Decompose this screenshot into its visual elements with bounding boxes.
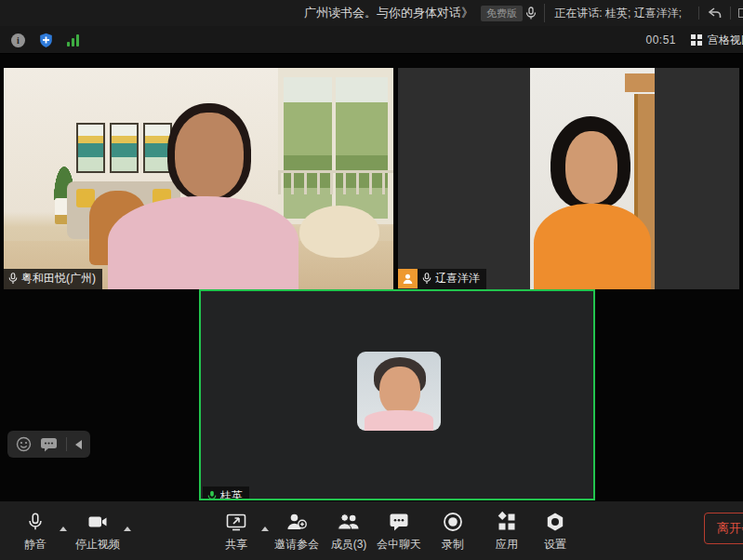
signal-bars-icon[interactable] [67, 34, 79, 47]
settings-button[interactable]: 设置 [544, 511, 566, 553]
scene-beanbag [299, 206, 379, 258]
free-version-badge: 免费版 [481, 6, 523, 21]
window-restore-icon[interactable] [738, 8, 743, 18]
grid-view-button[interactable]: 宫格视图 [691, 33, 743, 48]
mic-on-icon [8, 273, 18, 285]
titlebar-divider [698, 7, 699, 20]
speaking-indicator-group: 正在讲话: 桂英; 辽喜洋洋; [525, 0, 743, 26]
scene-painting [76, 123, 105, 173]
meeting-window: 广州读书会。与你的身体对话》 免费版 正在讲话: 桂英; 辽喜洋洋; i 00 [0, 0, 743, 560]
members-button[interactable]: 成员(3) [331, 511, 367, 553]
leave-meeting-button[interactable]: 离开会议 [704, 513, 743, 544]
scene-painting [110, 123, 139, 173]
status-bar: i 00:51 宫格视图 [0, 26, 743, 54]
grid-view-label: 宫格视图 [708, 33, 743, 48]
undo-arrow-icon[interactable] [707, 7, 723, 20]
record-icon [442, 511, 464, 533]
microphone-icon [25, 511, 46, 533]
settings-gear-icon [544, 511, 566, 533]
participant-2-face [565, 131, 617, 204]
scene-cabinet [625, 73, 655, 92]
scene-railing [278, 170, 393, 194]
video-tile-3-active-speaker[interactable]: 桂英 [199, 289, 595, 500]
grid-view-icon [691, 34, 702, 46]
apps-button[interactable]: 应用 [496, 511, 518, 553]
invite-person-icon [285, 511, 308, 533]
status-right-group: 00:51 宫格视图 [645, 26, 743, 54]
scene-window [278, 68, 393, 224]
meeting-timer: 00:51 [645, 33, 676, 47]
meeting-title: 广州读书会。与你的身体对话》 [304, 5, 473, 21]
invite-button[interactable]: 邀请参会 [274, 511, 319, 553]
record-label: 录制 [442, 537, 464, 553]
members-icon [337, 511, 361, 533]
titlebar-divider-2 [730, 7, 731, 20]
apps-grid-icon [496, 511, 518, 533]
participant-3-name-label: 桂英 [203, 487, 249, 500]
record-button[interactable]: 录制 [442, 511, 464, 553]
participant-1-face [175, 113, 244, 198]
video-tile-1[interactable]: 粤和田悦(广州) [4, 68, 393, 289]
now-speaking-text: 正在讲话: 桂英; 辽喜洋洋; [544, 4, 691, 22]
participant-2-name-label: 辽喜洋洋 [418, 269, 486, 289]
pill-divider [66, 437, 67, 451]
microphone-icon [525, 7, 537, 20]
share-screen-button[interactable]: 共享 [225, 511, 247, 553]
share-screen-icon [225, 511, 247, 533]
stop-video-label: 停止视频 [75, 537, 120, 553]
settings-label: 设置 [544, 537, 566, 553]
video-options-caret[interactable] [124, 527, 131, 531]
status-left-group: i [11, 26, 79, 54]
video-stage: 粤和田悦(广州) 辽喜洋洋 [0, 54, 743, 500]
chat-bubble-icon[interactable] [40, 437, 58, 452]
mic-active-icon [207, 490, 217, 500]
meeting-chat-label: 会中聊天 [377, 537, 421, 553]
members-label: 成员(3) [331, 537, 367, 553]
info-icon[interactable]: i [11, 33, 25, 47]
bottom-toolbar: 静音 停止视频 共享 邀请参会 成员(3) 会中聊天 录制 [0, 500, 743, 560]
participant-3-shirt [365, 410, 433, 431]
title-bar: 广州读书会。与你的身体对话》 免费版 正在讲话: 桂英; 辽喜洋洋; [0, 0, 743, 26]
invite-label: 邀请参会 [274, 537, 319, 553]
mute-button[interactable]: 静音 [24, 511, 46, 553]
smiley-icon[interactable] [16, 436, 32, 452]
participant-3-face [379, 367, 420, 415]
shield-icon[interactable] [39, 33, 53, 48]
mute-label: 静音 [24, 537, 46, 553]
participant-2-name: 辽喜洋洋 [435, 271, 480, 287]
apps-label: 应用 [496, 537, 518, 553]
tile-2-video-area [530, 68, 655, 289]
participant-1-shirt [108, 196, 299, 289]
participant-2-shirt [534, 204, 651, 289]
participant-1-name-label: 粤和田悦(广州) [4, 269, 102, 289]
participant-2-label-row: 辽喜洋洋 [398, 269, 486, 289]
participant-3-avatar [357, 352, 441, 431]
reaction-pill [7, 431, 90, 458]
participant-3-name: 桂英 [220, 488, 243, 500]
participant-1-name: 粤和田悦(广州) [21, 271, 96, 287]
share-options-caret[interactable] [261, 527, 269, 531]
camera-icon [86, 511, 109, 533]
host-badge-icon [398, 269, 418, 288]
mic-on-icon [422, 273, 431, 285]
mute-options-caret[interactable] [60, 527, 67, 531]
share-screen-label: 共享 [225, 537, 247, 553]
meeting-chat-button[interactable]: 会中聊天 [377, 511, 421, 553]
collapse-left-icon[interactable] [75, 440, 82, 449]
meeting-title-group: 广州读书会。与你的身体对话》 免费版 [304, 0, 523, 26]
stop-video-button[interactable]: 停止视频 [75, 511, 120, 553]
meeting-chat-icon [388, 511, 410, 533]
video-tile-2[interactable]: 辽喜洋洋 [398, 68, 739, 289]
